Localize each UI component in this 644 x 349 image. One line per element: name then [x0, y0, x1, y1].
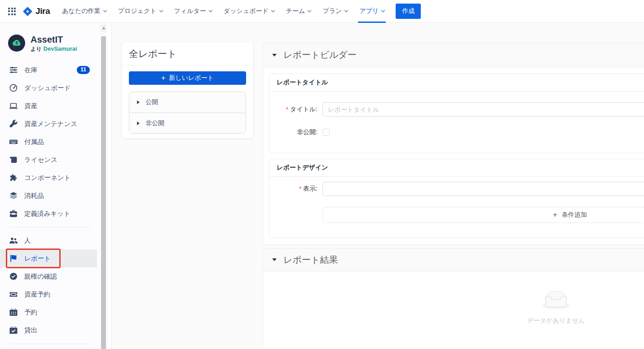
sliders-icon — [9, 65, 18, 74]
people-icon — [9, 236, 18, 245]
toolbox-icon — [9, 209, 18, 218]
sidebar-item-label: 在庫 — [24, 66, 37, 74]
display-label: *表示: — [269, 185, 318, 193]
sidebar-item-custody-confirmation[interactable]: 親権の確認 — [0, 267, 97, 285]
nav-item-label: ダッシュボード — [224, 7, 269, 15]
display-select-input[interactable] — [322, 182, 644, 196]
sidebar-item-label: 親権の確認 — [24, 272, 57, 281]
nav-item-filters[interactable]: フィルター — [168, 0, 218, 23]
scrollbar-thumb[interactable] — [101, 36, 106, 349]
sidebar-item-label: ダッシュボード — [24, 84, 71, 92]
caret-right-icon — [137, 122, 140, 125]
public-group-header[interactable]: 公開 — [129, 92, 246, 113]
app-name: AssetIT — [31, 35, 77, 45]
add-condition-button[interactable]: + 条件追加 — [322, 207, 644, 223]
caret-down-icon — [272, 54, 277, 57]
caret-right-icon — [137, 100, 140, 104]
report-results-panel: レポート結果 データがありません — [263, 248, 644, 349]
sidebar-item-dashboard[interactable]: ダッシュボード — [0, 79, 97, 97]
sidebar-item-checkout[interactable]: 貸出 — [0, 321, 97, 339]
report-results-title: レポート結果 — [283, 254, 338, 266]
private-group-header[interactable]: 非公開 — [129, 113, 246, 133]
report-design-card-heading: レポートデザイン — [269, 159, 644, 177]
report-title-card-heading: レポートタイトル — [269, 74, 644, 92]
sidebar-item-consumables[interactable]: 消耗品 — [0, 187, 97, 205]
jira-logo[interactable]: Jira — [23, 6, 50, 16]
jira-mark-icon — [23, 7, 32, 16]
nav-item-label: アプリ — [359, 7, 379, 15]
nav-item-your-work[interactable]: あなたの作業 — [56, 0, 112, 23]
sidebar-item-label: レポート — [24, 254, 51, 263]
vendor-name: DevSamurai — [44, 45, 77, 52]
sidebar-item-people[interactable]: 人 — [0, 231, 97, 249]
new-report-button[interactable]: + 新しいレポート — [129, 71, 246, 85]
nav-item-label: プロジェクト — [118, 7, 157, 15]
jira-logo-text: Jira — [35, 6, 50, 16]
sidebar-item-assets[interactable]: 資産 — [0, 97, 97, 115]
nav-item-label: プラン — [322, 7, 342, 15]
nav-item-label: あなたの作業 — [62, 7, 100, 15]
chevron-down-icon — [308, 9, 311, 12]
group-label: 公開 — [146, 98, 158, 106]
caret-down-icon — [272, 258, 277, 261]
puzzle-icon — [9, 173, 18, 182]
layers-icon — [9, 191, 18, 200]
sidebar-item-licenses[interactable]: ライセンス — [0, 151, 97, 169]
report-builder-header[interactable]: レポートビルダー — [263, 43, 644, 67]
required-asterisk: * — [299, 185, 301, 192]
calendar-check-icon — [9, 326, 18, 335]
nav-item-apps[interactable]: アプリ — [353, 0, 390, 23]
chevron-down-icon — [271, 9, 275, 12]
keyboard-icon — [9, 137, 18, 146]
report-builder-body: レポートタイトル *タイトル: 非公開: レポートデザイン — [263, 67, 644, 245]
sidebar-item-label: 資産メンテナンス — [24, 120, 77, 128]
report-results-header[interactable]: レポート結果 — [263, 248, 644, 271]
vendor-line: よりDevSamurai — [31, 45, 77, 53]
license-icon — [9, 155, 18, 164]
report-title-input[interactable] — [322, 102, 644, 117]
sidebar-item-label: コンポーネント — [24, 174, 71, 182]
chevron-down-icon — [159, 9, 163, 12]
sidebar: AssetIT よりDevSamurai 在庫 11 ダッシュボード 資産 — [0, 23, 101, 349]
app-switcher-button[interactable] — [5, 5, 18, 18]
sidebar-item-asset-maintenance[interactable]: 資産メンテナンス — [0, 115, 97, 133]
sidebar-scrollbar[interactable] — [101, 23, 106, 349]
report-results-body: データがありません — [263, 271, 644, 349]
sidebar-item-label: ライセンス — [24, 156, 57, 164]
ticket-icon — [9, 290, 18, 299]
nav-item-dashboards[interactable]: ダッシュボード — [218, 0, 280, 23]
sidebar-item-asset-reservation[interactable]: 資産予約 — [0, 285, 97, 303]
create-button[interactable]: 作成 — [396, 4, 421, 19]
sidebar-item-label: 貸出 — [24, 326, 37, 335]
all-reports-panel: 全レポート + 新しいレポート 公開 非公開 — [121, 42, 254, 139]
main-content: 全レポート + 新しいレポート 公開 非公開 レポー — [112, 23, 644, 349]
required-asterisk: * — [286, 106, 288, 113]
laptop-icon — [9, 101, 18, 110]
gauge-icon — [9, 83, 18, 92]
sidebar-item-accessories[interactable]: 付属品 — [0, 133, 97, 151]
wrench-icon — [9, 119, 18, 128]
scrollbar-up-arrow-icon[interactable] — [101, 25, 106, 31]
private-checkbox[interactable] — [322, 129, 330, 136]
sidebar-item-reports[interactable]: レポート — [0, 249, 97, 267]
nav-item-projects[interactable]: プロジェクト — [112, 0, 168, 23]
sidebar-item-label: 付属品 — [24, 138, 44, 146]
sidebar-item-reservations[interactable]: 予約 — [0, 303, 97, 321]
chevron-down-icon — [344, 9, 348, 12]
nav-item-teams[interactable]: チーム — [280, 0, 317, 23]
title-form-row: *タイトル: — [269, 102, 644, 117]
report-title-card-body: *タイトル: 非公開: — [269, 92, 644, 153]
empty-inbox-icon — [542, 291, 570, 311]
sidebar-item-label: 人 — [24, 236, 31, 245]
sidebar-item-label: 資産 — [24, 102, 37, 110]
by-label: より — [31, 46, 42, 52]
sidebar-item-components[interactable]: コンポーネント — [0, 169, 97, 187]
sidebar-item-inventory[interactable]: 在庫 11 — [0, 61, 97, 79]
assetit-logo-icon — [8, 35, 25, 52]
sidebar-item-label: 資産予約 — [24, 290, 50, 299]
group-label: 非公開 — [146, 119, 164, 127]
flag-icon — [9, 254, 18, 263]
sidebar-item-predefined-kits[interactable]: 定義済みキット — [0, 205, 97, 222]
top-navigation: Jira あなたの作業 プロジェクト フィルター ダッシュボード チーム プラン… — [0, 0, 644, 23]
nav-item-plans[interactable]: プラン — [317, 0, 353, 23]
